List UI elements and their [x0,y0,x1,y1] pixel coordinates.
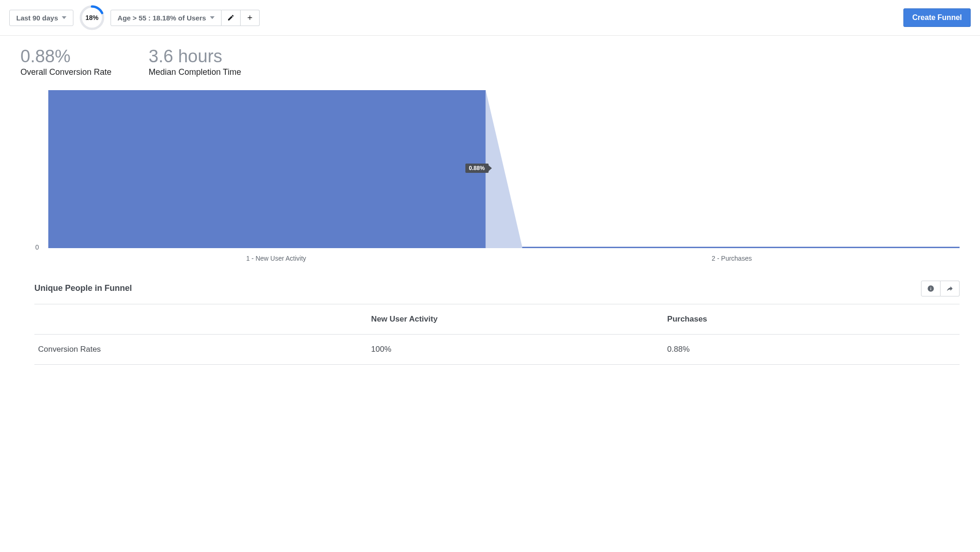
y-axis-zero: 0 [35,243,39,251]
date-range-label: Last 90 days [16,14,58,22]
metric-label: Overall Conversion Rate [20,67,111,77]
edit-segment-button[interactable] [222,10,241,26]
toolbar: Last 90 days 18% Age > 55 : 18.18% of Us… [0,0,980,36]
funnel-tooltip: 0.88% [465,164,489,173]
share-icon [946,285,954,292]
add-segment-button[interactable] [241,10,260,26]
info-icon [927,285,934,292]
funnel-chart [48,90,960,248]
segment-dropdown[interactable]: Age > 55 : 18.18% of Users [111,10,222,26]
metrics-row: 0.88% Overall Conversion Rate 3.6 hours … [20,47,960,77]
metric-value: 0.88% [20,47,111,66]
table-header-row: New User Activity Purchases [34,304,960,334]
plus-icon [246,14,254,21]
caret-down-icon [210,16,215,19]
segment-percent-text: 18% [85,14,98,21]
metric-value: 3.6 hours [149,47,241,66]
metric-label: Median Completion Time [149,67,241,77]
pencil-icon [227,14,235,21]
table-title: Unique People in Funnel [34,283,132,293]
funnel-chart-wrap: 0 0.88% [48,90,960,248]
table-header-blank [34,304,367,334]
main-content: 0.88% Overall Conversion Rate 3.6 hours … [0,36,980,383]
svg-rect-2 [48,90,486,248]
caret-down-icon [62,16,66,19]
table-header-step2: Purchases [664,304,960,334]
table-row: Conversion Rates 100% 0.88% [34,334,960,364]
share-button[interactable] [941,281,960,296]
table-actions [921,281,960,296]
x-axis-labels: 1 - New User Activity 2 - Purchases [48,255,960,262]
x-label-step1: 1 - New User Activity [48,255,504,262]
row-label: Conversion Rates [34,334,367,364]
segment-percent-badge: 18% [79,5,105,31]
segment-label: Age > 55 : 18.18% of Users [118,14,206,22]
info-button[interactable] [921,281,941,296]
row-value-step2: 0.88% [664,334,960,364]
row-value-step1: 100% [367,334,663,364]
table-section-header: Unique People in Funnel [34,281,960,296]
metric-completion: 3.6 hours Median Completion Time [149,47,241,77]
table-header-step1: New User Activity [367,304,663,334]
create-funnel-button[interactable]: Create Funnel [903,8,971,27]
metric-conversion: 0.88% Overall Conversion Rate [20,47,111,77]
segment-controls: Age > 55 : 18.18% of Users [111,10,260,26]
x-label-step2: 2 - Purchases [504,255,960,262]
funnel-table: New User Activity Purchases Conversion R… [34,304,960,365]
svg-rect-4 [522,247,960,248]
date-range-dropdown[interactable]: Last 90 days [9,10,73,26]
